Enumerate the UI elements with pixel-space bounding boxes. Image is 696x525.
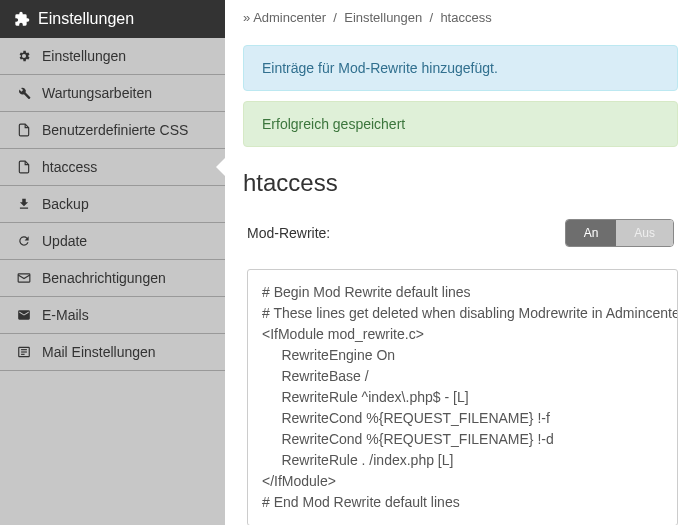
alert-success: Erfolgreich gespeichert xyxy=(243,101,678,147)
sidebar-item-label: Einstellungen xyxy=(42,48,126,64)
sidebar-item-mail-settings[interactable]: Mail Einstellungen xyxy=(0,334,225,371)
sidebar-item-backup[interactable]: Backup xyxy=(0,186,225,223)
breadcrumb-current: htaccess xyxy=(440,10,491,25)
modrewrite-row: Mod-Rewrite: An Aus xyxy=(225,205,696,261)
download-icon xyxy=(16,197,32,211)
sidebar-item-htaccess[interactable]: htaccess xyxy=(0,149,225,186)
alert-info-text: Einträge für Mod-Rewrite hinzugefügt. xyxy=(262,60,498,76)
envelope-icon xyxy=(16,308,32,322)
page-title: htaccess xyxy=(225,157,696,205)
sidebar-item-settings[interactable]: Einstellungen xyxy=(0,38,225,75)
breadcrumb-link-admincenter[interactable]: Admincenter xyxy=(253,10,326,25)
sidebar-item-update[interactable]: Update xyxy=(0,223,225,260)
toggle-off[interactable]: Aus xyxy=(616,220,673,246)
refresh-icon xyxy=(16,234,32,248)
sidebar-item-label: Benutzerdefinierte CSS xyxy=(42,122,188,138)
file-icon xyxy=(16,123,32,137)
sidebar-item-label: Benachrichtigungen xyxy=(42,270,166,286)
gear-icon xyxy=(16,49,32,63)
file-icon xyxy=(16,160,32,174)
sidebar-item-label: Wartungsarbeiten xyxy=(42,85,152,101)
sidebar-item-label: Backup xyxy=(42,196,89,212)
sidebar-item-label: htaccess xyxy=(42,159,97,175)
sidebar-item-label: E-Mails xyxy=(42,307,89,323)
sidebar-item-label: Update xyxy=(42,233,87,249)
modrewrite-label: Mod-Rewrite: xyxy=(247,225,330,241)
sidebar-item-notifications[interactable]: Benachrichtigungen xyxy=(0,260,225,297)
toggle-on[interactable]: An xyxy=(566,220,617,246)
wrench-icon xyxy=(16,86,32,100)
htaccess-code[interactable]: # Begin Mod Rewrite default lines # Thes… xyxy=(247,269,678,525)
mail-icon xyxy=(16,271,32,285)
breadcrumb-link-settings[interactable]: Einstellungen xyxy=(344,10,422,25)
sidebar-header: Einstellungen xyxy=(0,0,225,38)
alert-success-text: Erfolgreich gespeichert xyxy=(262,116,405,132)
sidebar: Einstellungen Einstellungen Wartungsarbe… xyxy=(0,0,225,525)
newspaper-icon xyxy=(16,345,32,359)
puzzle-icon xyxy=(14,11,30,27)
sidebar-item-css[interactable]: Benutzerdefinierte CSS xyxy=(0,112,225,149)
main-content: » Admincenter / Einstellungen / htaccess… xyxy=(225,0,696,525)
sidebar-item-label: Mail Einstellungen xyxy=(42,344,156,360)
modrewrite-toggle[interactable]: An Aus xyxy=(565,219,674,247)
sidebar-item-emails[interactable]: E-Mails xyxy=(0,297,225,334)
breadcrumb: » Admincenter / Einstellungen / htaccess xyxy=(225,0,696,35)
sidebar-item-maintenance[interactable]: Wartungsarbeiten xyxy=(0,75,225,112)
sidebar-title: Einstellungen xyxy=(38,10,134,28)
alert-info: Einträge für Mod-Rewrite hinzugefügt. xyxy=(243,45,678,91)
